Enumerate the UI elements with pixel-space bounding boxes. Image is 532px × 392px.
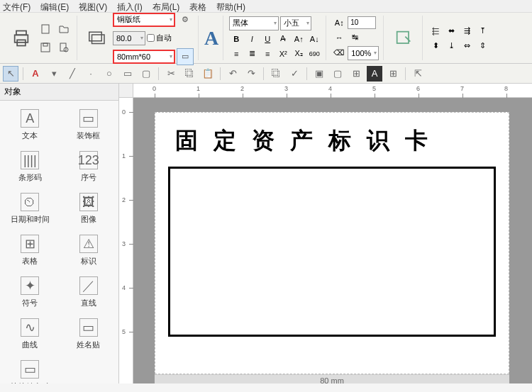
paper-settings-icon[interactable]: ⚙ [177, 11, 194, 28]
text-tool-icon[interactable]: A [28, 66, 43, 82]
font-family-combo[interactable]: 黑体 [229, 16, 279, 30]
text-block-icon[interactable]: A [367, 66, 382, 82]
superscript-button[interactable]: X² [276, 47, 290, 60]
align-b-icon[interactable]: ⤓ [444, 39, 458, 52]
tool-序号[interactable]: 123序号 [63, 147, 115, 187]
undo-icon[interactable]: ↶ [225, 66, 240, 82]
quick-toolbar: ↖ A ▾ ╱ · ○ ▭ ▢ ✂ ⿻ 📋 ↶ ↷ ⿻ ✓ ▣ ▢ ⊞ A ⊞ … [0, 64, 532, 84]
tool-label: 条形码 [18, 172, 42, 183]
tool-label: 曲线 [22, 340, 38, 350]
menu-insert[interactable]: 插入(I) [117, 1, 142, 11]
tool-icon: |||| [21, 151, 39, 169]
kerning-icon[interactable]: ↹ [348, 31, 362, 44]
horizontal-ruler: 012345678 [133, 84, 532, 98]
menu-layout[interactable]: 布局(L) [153, 1, 180, 11]
italic-button[interactable]: I [245, 33, 259, 45]
tool-icon: ✦ [21, 276, 39, 295]
layout-wizard-icon[interactable] [389, 24, 418, 52]
print-icon[interactable] [7, 24, 35, 52]
label-page[interactable]: 固定资产标识卡 [155, 112, 509, 374]
tool-条形码[interactable]: ||||条形码 [4, 147, 56, 187]
label-rectangle[interactable] [168, 167, 496, 337]
tool-姓名贴[interactable]: ▭姓名贴 [63, 314, 115, 354]
menu-edit[interactable]: 编辑(E) [40, 1, 69, 11]
width-box[interactable]: 80.0 [113, 31, 145, 45]
bold-button[interactable]: B [229, 33, 243, 45]
export-icon[interactable]: ⇱ [410, 66, 426, 82]
line-tool-icon[interactable]: ╱ [65, 66, 80, 82]
tool-日期和时间[interactable]: ⏲日期和时间 [4, 189, 56, 229]
align-left-button[interactable]: ≡ [229, 47, 243, 60]
menu-table[interactable]: 表格 [189, 1, 206, 11]
group-icon[interactable]: ⊞ [348, 66, 364, 82]
tool-label: 快捷姓名贴 [11, 381, 50, 383]
strike-button[interactable]: A̶ [276, 33, 290, 45]
align-r-icon[interactable]: ⇶ [460, 24, 474, 37]
dropdown-icon[interactable]: ▾ [46, 66, 62, 82]
tool-标识[interactable]: ⚠标识 [63, 230, 115, 271]
tool-表格[interactable]: ⊞表格 [4, 230, 56, 271]
align-right-button[interactable]: ≡ [260, 47, 275, 60]
tool-快捷姓名贴[interactable]: ▭快捷姓名贴 [4, 356, 56, 383]
font-shrink-button[interactable]: A↓ [307, 33, 321, 45]
open-icon[interactable] [55, 21, 72, 38]
align-c-icon[interactable]: ⬌ [444, 24, 458, 37]
preview-icon[interactable] [55, 39, 72, 56]
doc-new-icon[interactable] [37, 21, 54, 38]
tool-label: 序号 [81, 172, 96, 183]
select-tool-icon[interactable]: ↖ [3, 66, 18, 82]
align-m-icon[interactable]: ⬍ [428, 39, 443, 52]
canvas-background[interactable]: 固定资产标识卡 80 mm [133, 98, 532, 383]
send-back-icon[interactable]: ▢ [330, 66, 345, 82]
redo-icon[interactable]: ↷ [243, 66, 259, 82]
menu-help[interactable]: 帮助(H) [216, 1, 245, 11]
letter-spacing-icon[interactable]: ↔ [332, 31, 346, 44]
font-size-combo[interactable]: 小五 [280, 16, 311, 30]
paste-icon[interactable]: 📋 [200, 66, 216, 82]
dot-tool-icon[interactable]: · [83, 66, 99, 82]
orientation-icon[interactable]: ▭ [177, 48, 194, 65]
scale-690-button[interactable]: 690 [307, 47, 321, 60]
labels-icon[interactable] [83, 24, 111, 52]
tool-曲线[interactable]: ∿曲线 [4, 314, 56, 354]
tool-文本[interactable]: A文本 [4, 105, 56, 145]
underline-button[interactable]: U [260, 33, 275, 45]
paper-stock-combo[interactable]: 铜版纸 [113, 13, 175, 27]
tool-icon: 123 [79, 151, 98, 169]
tool-符号[interactable]: ✦符号 [4, 272, 56, 313]
subscript-button[interactable]: X₂ [292, 47, 306, 60]
save-icon[interactable] [37, 39, 54, 56]
bring-front-icon[interactable]: ▣ [311, 66, 327, 82]
tool-直线[interactable]: ／直线 [63, 272, 115, 313]
line-spacing-icon[interactable]: A↕ [332, 16, 346, 29]
tool-icon: ／ [79, 276, 98, 295]
oval-tool-icon[interactable]: ○ [101, 66, 117, 82]
align-l-icon[interactable]: ⬱ [428, 24, 443, 37]
dist-h-icon[interactable]: ⇔ [460, 39, 474, 52]
rect-tool-icon[interactable]: ▭ [120, 66, 135, 82]
grid-icon[interactable]: ⊞ [385, 66, 401, 82]
font-grow-button[interactable]: A↑ [292, 33, 306, 45]
leading-input[interactable] [348, 16, 376, 29]
menu-file[interactable]: 文件(F) [3, 1, 31, 11]
menu-view[interactable]: 视图(V) [79, 1, 107, 11]
tool-icon: ⊞ [21, 235, 39, 253]
auto-checkbox[interactable]: 自动 [147, 33, 172, 43]
align-t-icon[interactable]: ⤒ [475, 24, 489, 37]
tool-图像[interactable]: 🖼图像 [63, 189, 115, 229]
cut-icon[interactable]: ✂ [163, 66, 179, 82]
tool-label: 日期和时间 [11, 214, 50, 225]
align-center-button[interactable]: ≣ [245, 47, 259, 60]
tool-label: 直线 [81, 298, 96, 308]
copy-icon[interactable]: ⿻ [182, 66, 197, 82]
menu-bar: 文件(F) 编辑(E) 视图(V) 插入(I) 布局(L) 表格 帮助(H) [0, 0, 532, 13]
tool-装饰框[interactable]: ▭装饰框 [63, 105, 115, 145]
size-preset-combo[interactable]: 80mm*60 [113, 50, 175, 64]
label-title-text[interactable]: 固定资产标识卡 [162, 120, 501, 162]
clear-format-icon[interactable]: ⌫ [332, 47, 346, 60]
copy-style-icon[interactable]: ⿻ [268, 66, 284, 82]
rrect-tool-icon[interactable]: ▢ [138, 66, 154, 82]
paste-style-icon[interactable]: ✓ [287, 66, 302, 82]
dist-v-icon[interactable]: ⇕ [475, 39, 489, 52]
zoom-combo[interactable]: 100% [348, 46, 379, 60]
